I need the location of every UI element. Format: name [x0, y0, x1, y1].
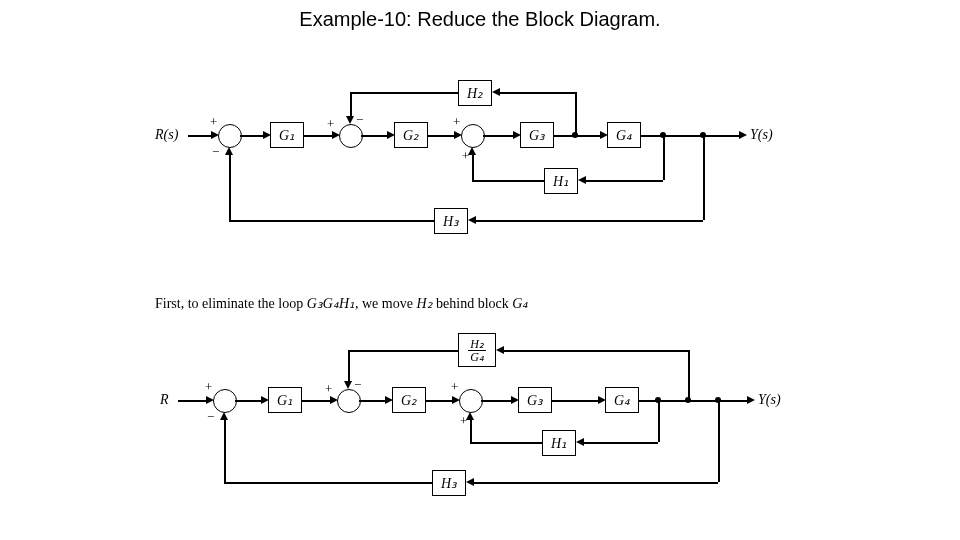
wire — [348, 350, 350, 383]
loop-expr: G₃G₄H₁ — [307, 296, 355, 311]
arrow-down-icon — [346, 116, 354, 124]
text-part: behind block — [433, 296, 513, 311]
sign-plus: + — [451, 379, 458, 395]
arrow-right-icon — [739, 131, 747, 139]
arrow-up-icon — [466, 412, 474, 420]
wire — [663, 135, 665, 180]
sign-minus: − — [212, 144, 219, 160]
sign-minus: − — [356, 112, 363, 128]
frac-den: G₄ — [468, 350, 486, 363]
block-h2: H₂ — [458, 80, 492, 106]
explanation-text: First, to eliminate the loop G₃G₄H₁, we … — [155, 295, 528, 312]
wire — [426, 400, 454, 402]
h2-ref: H₂ — [416, 296, 432, 311]
arrow-left-icon — [496, 346, 504, 354]
wire — [428, 135, 456, 137]
summer-3 — [461, 124, 485, 148]
wire — [483, 135, 515, 137]
block-h3b: H₃ — [432, 470, 466, 496]
wire — [498, 92, 575, 94]
sign-plus: + — [327, 116, 334, 132]
arrow-down-icon — [344, 381, 352, 389]
wire — [718, 400, 720, 482]
wire — [361, 135, 389, 137]
wire — [703, 135, 705, 220]
wire — [552, 400, 600, 402]
block-h2-over-g4: H₂ G₄ — [458, 333, 496, 367]
sign-minus: − — [207, 409, 214, 425]
output-label: Y(s) — [750, 127, 773, 143]
input-label-2: R — [160, 392, 169, 408]
fraction-icon: H₂ G₄ — [468, 338, 486, 363]
wire — [472, 153, 474, 180]
wire — [229, 220, 434, 222]
text-part: , we move — [355, 296, 416, 311]
wire — [481, 400, 513, 402]
wire — [472, 180, 544, 182]
arrow-left-icon — [492, 88, 500, 96]
page-canvas: Example-10: Reduce the Block Diagram. R(… — [0, 0, 960, 540]
page-title: Example-10: Reduce the Block Diagram. — [0, 0, 960, 31]
wire — [470, 418, 472, 442]
wire — [178, 400, 208, 402]
arrow-left-icon — [578, 176, 586, 184]
sign-plus: + — [205, 379, 212, 395]
wire — [641, 135, 741, 137]
wire — [584, 180, 663, 182]
text-part: First, to eliminate the loop — [155, 296, 307, 311]
wire — [502, 350, 688, 352]
arrow-left-icon — [576, 438, 584, 446]
wire — [188, 135, 213, 137]
wire — [575, 92, 577, 133]
g4-ref: G₄ — [512, 296, 528, 311]
block-g1: G₁ — [270, 122, 304, 148]
wire — [688, 350, 690, 398]
block-g3b: G₃ — [518, 387, 552, 413]
summer-3b — [459, 389, 483, 413]
block-h3: H₃ — [434, 208, 468, 234]
wire — [302, 400, 332, 402]
sign-plus: + — [210, 114, 217, 130]
arrow-left-icon — [466, 478, 474, 486]
block-h1b: H₁ — [542, 430, 576, 456]
block-g1b: G₁ — [268, 387, 302, 413]
arrow-up-icon — [220, 412, 228, 420]
sign-minus: − — [354, 377, 361, 393]
wire — [224, 418, 226, 482]
wire — [474, 220, 703, 222]
arrow-left-icon — [468, 216, 476, 224]
wire — [229, 153, 231, 220]
wire — [472, 482, 718, 484]
wire — [224, 482, 432, 484]
wire — [554, 135, 602, 137]
wire — [658, 400, 660, 442]
block-g2: G₂ — [394, 122, 428, 148]
wire — [470, 442, 542, 444]
wire — [240, 135, 265, 137]
arrow-right-icon — [747, 396, 755, 404]
input-label: R(s) — [155, 127, 178, 143]
block-g3: G₃ — [520, 122, 554, 148]
sign-plus: + — [325, 381, 332, 397]
wire — [359, 400, 387, 402]
output-label-2: Y(s) — [758, 392, 781, 408]
block-h1: H₁ — [544, 168, 578, 194]
wire — [235, 400, 263, 402]
frac-num: H₂ — [470, 338, 484, 350]
summer-1b — [213, 389, 237, 413]
wire — [304, 135, 334, 137]
block-g2b: G₂ — [392, 387, 426, 413]
summer-1 — [218, 124, 242, 148]
arrow-up-icon — [468, 147, 476, 155]
wire — [350, 92, 458, 94]
sign-plus: + — [453, 114, 460, 130]
block-g4b: G₄ — [605, 387, 639, 413]
block-g4: G₄ — [607, 122, 641, 148]
wire — [350, 92, 352, 118]
arrow-up-icon — [225, 147, 233, 155]
wire — [348, 350, 458, 352]
wire — [582, 442, 658, 444]
